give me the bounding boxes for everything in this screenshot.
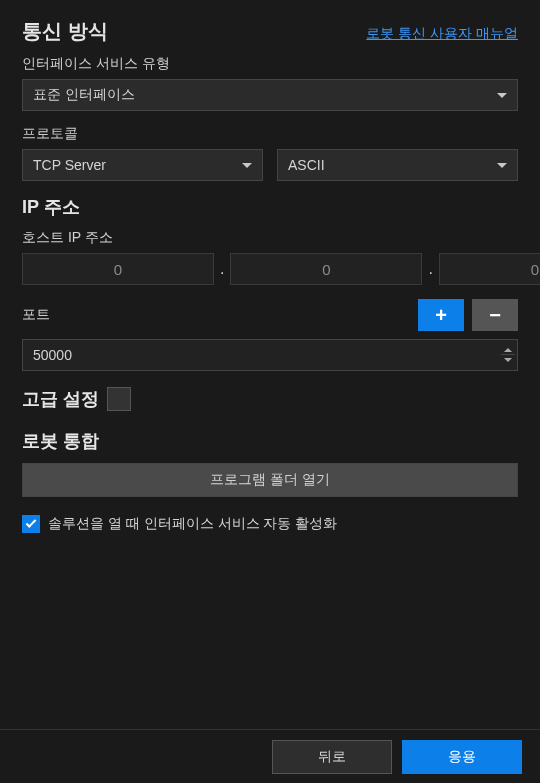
encoding-dropdown[interactable]: ASCII [277,149,518,181]
ip-section-title: IP 주소 [22,195,518,219]
chevron-down-icon [497,93,507,98]
dot-separator: . [426,260,434,278]
remove-button[interactable]: − [472,299,518,331]
auto-enable-checkbox[interactable] [22,515,40,533]
open-program-folder-button[interactable]: 프로그램 폴더 열기 [22,463,518,497]
dot-separator: . [218,260,226,278]
section-title: 통신 방식 [22,18,108,45]
chevron-down-icon [504,358,512,362]
ip-octet-3[interactable] [439,253,540,285]
chevron-down-icon [497,163,507,168]
ip-octet-1[interactable] [22,253,214,285]
advanced-settings-title: 고급 설정 [22,387,99,411]
check-icon [26,517,37,528]
robot-integration-title: 로봇 통합 [22,429,518,453]
port-label: 포트 [22,306,50,324]
auto-enable-label: 솔루션을 열 때 인터페이스 서비스 자동 활성화 [48,515,337,533]
back-button[interactable]: 뒤로 [272,740,392,774]
interface-type-dropdown[interactable]: 표준 인터페이스 [22,79,518,111]
protocol-dropdown[interactable]: TCP Server [22,149,263,181]
chevron-down-icon [242,163,252,168]
interface-type-label: 인터페이스 서비스 유형 [22,55,518,73]
protocol-label: 프로토콜 [22,125,518,143]
spinner-up-button[interactable] [501,345,515,355]
chevron-up-icon [504,348,512,352]
footer: 뒤로 응용 [0,729,540,783]
port-input[interactable] [23,340,501,370]
add-button[interactable]: + [418,299,464,331]
protocol-value: TCP Server [33,157,106,173]
interface-type-value: 표준 인터페이스 [33,86,135,104]
settings-panel: 통신 방식 로봇 통신 사용자 매뉴얼 인터페이스 서비스 유형 표준 인터페이… [0,0,540,533]
encoding-value: ASCII [288,157,325,173]
manual-link[interactable]: 로봇 통신 사용자 매뉴얼 [366,25,518,43]
spinner-down-button[interactable] [501,355,515,365]
expand-advanced-button[interactable] [107,387,131,411]
host-ip-label: 호스트 IP 주소 [22,229,518,247]
ip-input-row: . . . [22,253,518,285]
apply-button[interactable]: 응용 [402,740,522,774]
port-input-wrap [22,339,518,371]
port-spinner [501,345,517,365]
ip-octet-2[interactable] [230,253,422,285]
